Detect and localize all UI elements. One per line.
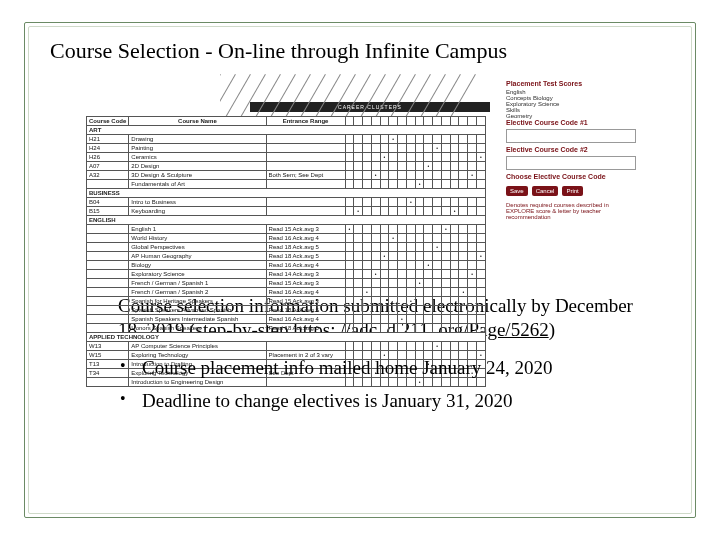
- table-row: H21Drawing: [87, 135, 486, 144]
- table-row: Fundamentals of Art: [87, 180, 486, 189]
- table-row: Exploratory ScienceRead 14 Ack.avg 3: [87, 270, 486, 279]
- table-row: ENGLISH: [87, 216, 486, 225]
- list-item: Deadline to change electives is January …: [120, 389, 652, 413]
- table-row: B04Intro to Business: [87, 198, 486, 207]
- table-row: Spanish for Heritage SpeakersRead 15 Ack…: [87, 297, 486, 306]
- course-catalog-figure: CAREER CLUSTERS Placement Test Scores En…: [80, 74, 640, 284]
- table-row: H24Painting: [87, 144, 486, 153]
- diagonal-headers: [220, 74, 490, 116]
- table-row: A323D Design & SculptureBoth Sem; See De…: [87, 171, 486, 180]
- side-buttons: SaveCancelPrint: [506, 186, 636, 196]
- table-row: H26Ceramics: [87, 153, 486, 162]
- table-row: French / German / Spanish 1Read 15 Ack.a…: [87, 279, 486, 288]
- slide: Course Selection - On-line through Infin…: [0, 0, 720, 540]
- table-row: A072D Design: [87, 162, 486, 171]
- save-button: Save: [506, 186, 528, 196]
- table-row: B15Keyboarding: [87, 207, 486, 216]
- table-row: ART: [87, 126, 486, 135]
- print-button: Print: [562, 186, 582, 196]
- side-panel: Placement Test Scores EnglishConcepts Bi…: [506, 80, 636, 220]
- table-row: BUSINESS: [87, 189, 486, 198]
- table-row: World HistoryRead 16 Ack.avg 4: [87, 234, 486, 243]
- course-grid: Course CodeCourse NameEntrance Range ART…: [86, 116, 486, 387]
- table-row: Global PerspectivesRead 18 Ack.avg 5: [87, 243, 486, 252]
- para-post: ): [549, 319, 555, 340]
- page-title: Course Selection - On-line through Infin…: [50, 38, 682, 64]
- side-note: Denotes required courses described in EX…: [506, 202, 636, 220]
- cancel-button: Cancel: [532, 186, 559, 196]
- table-row: French / German / Spanish 2Read 16 Ack.a…: [87, 288, 486, 297]
- elective-box-2: [506, 156, 636, 170]
- table-row: Spanish Speakers Intermediate SpanishRea…: [87, 315, 486, 324]
- list-item: Course placement info mailed home Januar…: [120, 356, 652, 380]
- table-row: Honors Spanish SpeakersRead 18 Ack.avg 5: [87, 324, 486, 333]
- side-label-3: Choose Elective Course Code: [506, 173, 636, 180]
- side-label-1: Elective Course Code #1: [506, 119, 636, 126]
- table-row: Spanish Speakers Advanced SpanishRead 18…: [87, 306, 486, 315]
- table-row: BiologyRead 16 Ack.avg 4: [87, 261, 486, 270]
- table-row: W13AP Computer Science Principles: [87, 342, 486, 351]
- elective-box-1: [506, 129, 636, 143]
- table-row: AP Human GeographyRead 18 Ack.avg 5: [87, 252, 486, 261]
- side-header: Placement Test Scores: [506, 80, 636, 87]
- table-row: APPLIED TECHNOLOGY: [87, 333, 486, 342]
- side-label-2: Elective Course Code #2: [506, 146, 636, 153]
- table-row: English 1Read 15 Ack.avg 3: [87, 225, 486, 234]
